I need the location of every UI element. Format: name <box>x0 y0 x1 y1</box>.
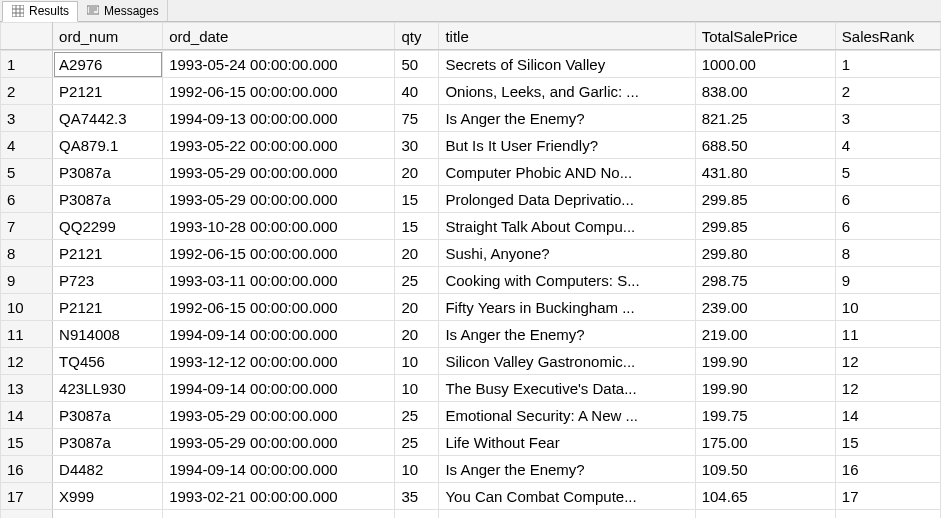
cell-title[interactable]: Cooking with Computers: S... <box>439 267 695 294</box>
table-row[interactable]: 16D44821994-09-14 00:00:00.00010Is Anger… <box>1 456 941 483</box>
cell-ord_date[interactable]: 1993-03-11 00:00:00.000 <box>163 267 395 294</box>
cell-qty[interactable]: 30 <box>395 132 439 159</box>
tab-results[interactable]: Results <box>2 1 78 22</box>
cell-SalesRank[interactable]: 4 <box>835 132 940 159</box>
cell-ord_num[interactable]: QQ2299 <box>53 213 163 240</box>
row-number[interactable]: 11 <box>1 321 53 348</box>
cell-title[interactable]: The Busy Executive's Data... <box>439 375 695 402</box>
cell-ord_date[interactable]: 1993-05-29 00:00:00.000 <box>163 402 395 429</box>
row-number[interactable]: 14 <box>1 402 53 429</box>
row-number[interactable]: 4 <box>1 132 53 159</box>
row-number[interactable]: 3 <box>1 105 53 132</box>
cell-qty[interactable]: 20 <box>395 159 439 186</box>
table-row[interactable]: 1A29761993-05-24 00:00:00.00050Secrets o… <box>1 51 941 78</box>
cell-TotalSalePrice[interactable]: 219.00 <box>695 321 835 348</box>
tab-messages[interactable]: Messages <box>78 0 168 21</box>
cell-title[interactable]: Is Anger the Enemy? <box>439 105 695 132</box>
cell-qty[interactable]: 10 <box>395 375 439 402</box>
cell-SalesRank[interactable]: 1 <box>835 51 940 78</box>
cell-TotalSalePrice[interactable]: 199.90 <box>695 348 835 375</box>
cell-qty[interactable]: 40 <box>395 78 439 105</box>
table-row[interactable]: 3QA7442.31994-09-13 00:00:00.00075Is Ang… <box>1 105 941 132</box>
table-row[interactable]: 6P3087a1993-05-29 00:00:00.00015Prolonge… <box>1 186 941 213</box>
cell-TotalSalePrice[interactable]: 1000.00 <box>695 51 835 78</box>
cell-SalesRank[interactable]: 6 <box>835 186 940 213</box>
table-row[interactable]: 17X9991993-02-21 00:00:00.00035You Can C… <box>1 483 941 510</box>
cell-qty[interactable]: 10 <box>395 456 439 483</box>
cell-qty[interactable]: 50 <box>395 51 439 78</box>
cell-ord_num[interactable]: N914008 <box>53 321 163 348</box>
table-row[interactable]: 8P21211992-06-15 00:00:00.00020Sushi, An… <box>1 240 941 267</box>
row-number[interactable]: 1 <box>1 51 53 78</box>
cell-ord_date[interactable]: 1993-05-29 00:00:00.000 <box>163 429 395 456</box>
cell-qty[interactable]: 25 <box>395 429 439 456</box>
cell-SalesRank[interactable]: 11 <box>835 321 940 348</box>
cell-SalesRank[interactable]: 16 <box>835 456 940 483</box>
cell-SalesRank[interactable]: 15 <box>835 429 940 456</box>
row-number[interactable]: 15 <box>1 429 53 456</box>
cell-title[interactable]: Straight Talk About Compu... <box>439 213 695 240</box>
table-row[interactable]: 15P3087a1993-05-29 00:00:00.00025Life Wi… <box>1 429 941 456</box>
col-total-sale-price[interactable]: TotalSalePrice <box>695 23 835 50</box>
cell-qty[interactable]: 15 <box>395 186 439 213</box>
cell-qty[interactable]: 75 <box>395 105 439 132</box>
cell-TotalSalePrice[interactable]: 109.50 <box>695 456 835 483</box>
cell-TotalSalePrice[interactable]: 199.75 <box>695 402 835 429</box>
cell-title[interactable]: Onions, Leeks, and Garlic: ... <box>439 78 695 105</box>
row-number[interactable]: 8 <box>1 240 53 267</box>
cell-ord_num[interactable]: D4482 <box>53 456 163 483</box>
cell-title[interactable]: Computer Phobic AND No... <box>439 159 695 186</box>
cell-TotalSalePrice[interactable]: 175.00 <box>695 429 835 456</box>
row-number[interactable]: 18 <box>1 510 53 519</box>
cell-ord_num[interactable]: P3087a <box>53 402 163 429</box>
cell-TotalSalePrice[interactable]: 821.25 <box>695 105 835 132</box>
cell-title[interactable]: Sushi, Anyone? <box>439 240 695 267</box>
cell-ord_date[interactable]: 1993-05-22 00:00:00.000 <box>163 132 395 159</box>
table-row[interactable]: 2P21211992-06-15 00:00:00.00040Onions, L… <box>1 78 941 105</box>
cell-title[interactable]: The Busy Executive's Data... <box>439 510 695 519</box>
cell-ord_num[interactable]: A2976 <box>53 51 163 78</box>
cell-ord_date[interactable]: 1994-09-14 00:00:00.000 <box>163 321 395 348</box>
row-number[interactable]: 16 <box>1 456 53 483</box>
cell-SalesRank[interactable]: 2 <box>835 78 940 105</box>
cell-TotalSalePrice[interactable]: 298.75 <box>695 267 835 294</box>
cell-ord_num[interactable]: P3087a <box>53 186 163 213</box>
cell-ord_num[interactable]: QA7442.3 <box>53 105 163 132</box>
table-row[interactable]: 9P7231993-03-11 00:00:00.00025Cooking wi… <box>1 267 941 294</box>
cell-TotalSalePrice[interactable]: 299.80 <box>695 240 835 267</box>
cell-TotalSalePrice[interactable]: 431.80 <box>695 159 835 186</box>
col-ord_num[interactable]: ord_num <box>53 23 163 50</box>
table-row[interactable]: 4QA879.11993-05-22 00:00:00.00030But Is … <box>1 132 941 159</box>
cell-title[interactable]: Life Without Fear <box>439 429 695 456</box>
cell-title[interactable]: You Can Combat Compute... <box>439 483 695 510</box>
cell-ord_num[interactable]: P2121 <box>53 240 163 267</box>
col-qty[interactable]: qty <box>395 23 439 50</box>
cell-title[interactable]: Prolonged Data Deprivatio... <box>439 186 695 213</box>
cell-ord_num[interactable]: X999 <box>53 483 163 510</box>
cell-SalesRank[interactable]: 14 <box>835 402 940 429</box>
row-number[interactable]: 17 <box>1 483 53 510</box>
cell-ord_date[interactable]: 1993-12-12 00:00:00.000 <box>163 348 395 375</box>
row-number[interactable]: 13 <box>1 375 53 402</box>
table-row[interactable]: 5P3087a1993-05-29 00:00:00.00020Computer… <box>1 159 941 186</box>
cell-qty[interactable]: 25 <box>395 402 439 429</box>
cell-ord_num[interactable]: TQ456 <box>53 348 163 375</box>
row-number[interactable]: 7 <box>1 213 53 240</box>
cell-ord_date[interactable]: 1994-09-14 00:00:00.000 <box>163 510 395 519</box>
cell-SalesRank[interactable]: 8 <box>835 240 940 267</box>
cell-title[interactable]: Emotional Security: A New ... <box>439 402 695 429</box>
cell-ord_num[interactable]: P3087a <box>53 159 163 186</box>
cell-ord_date[interactable]: 1993-05-24 00:00:00.000 <box>163 51 395 78</box>
cell-SalesRank[interactable]: 12 <box>835 348 940 375</box>
cell-qty[interactable]: 15 <box>395 213 439 240</box>
table-row[interactable]: 7QQ22991993-10-28 00:00:00.00015Straight… <box>1 213 941 240</box>
cell-TotalSalePrice[interactable]: 299.85 <box>695 213 835 240</box>
cell-SalesRank[interactable]: 6 <box>835 213 940 240</box>
cell-ord_num[interactable]: P2121 <box>53 294 163 321</box>
cell-TotalSalePrice[interactable]: 299.85 <box>695 186 835 213</box>
col-title[interactable]: title <box>439 23 695 50</box>
cell-qty[interactable]: 20 <box>395 294 439 321</box>
row-number[interactable]: 12 <box>1 348 53 375</box>
cell-qty[interactable]: 5 <box>395 510 439 519</box>
row-number[interactable]: 5 <box>1 159 53 186</box>
